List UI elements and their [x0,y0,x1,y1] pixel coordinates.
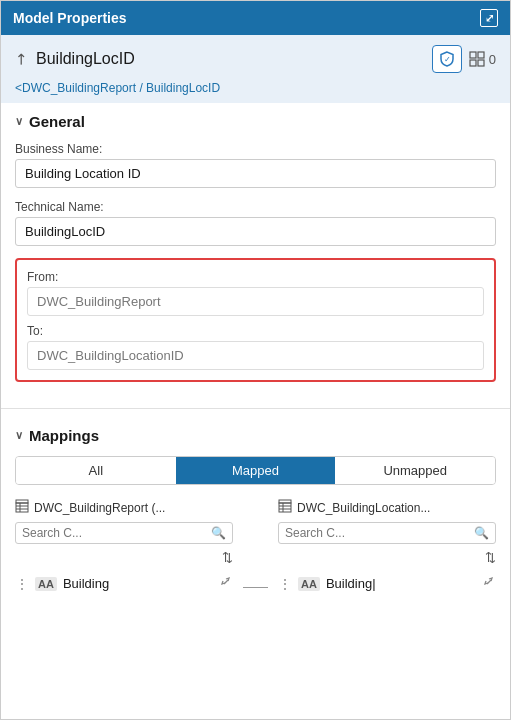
general-chevron-icon: ∨ [15,115,23,128]
entity-name-area: ↗ BuildingLocID [15,50,135,68]
left-search-row: 🔍 [15,522,233,544]
grid-icon [468,50,486,68]
left-mapping-col: DWC_BuildingReport (... 🔍 ⇅ ⋮ AA Buildin… [15,499,233,596]
right-mapping-col: DWC_BuildingLocation... 🔍 ⇅ ⋮ AA Buildin… [278,499,496,596]
svg-rect-3 [470,60,476,66]
from-input[interactable] [27,287,484,316]
left-sort-icon[interactable]: ⇅ [222,550,233,565]
right-item-link-icon[interactable] [482,575,496,592]
general-section: ∨ General Business Name: Technical Name:… [1,103,510,404]
model-properties-panel: Model Properties ⤢ ↗ BuildingLocID ✓ [0,0,511,720]
mappings-chevron-icon: ∨ [15,429,23,442]
right-col-table-icon [278,499,292,516]
technical-name-input[interactable] [15,217,496,246]
svg-rect-2 [478,52,484,58]
right-search-icon: 🔍 [474,526,489,540]
breadcrumb-separator: / [136,81,146,95]
left-item-label: Building [63,576,109,591]
entity-name: BuildingLocID [36,50,135,68]
right-sort-icon[interactable]: ⇅ [485,550,496,565]
breadcrumb: <DWC_BuildingReport / BuildingLocID [1,77,510,103]
left-item-type-icon: AA [35,577,57,591]
table-icon-left [15,499,29,513]
left-item-link-icon[interactable] [219,575,233,592]
panel-header: Model Properties ⤢ [1,1,510,35]
entity-row: ↗ BuildingLocID ✓ 0 [1,35,510,77]
shield-button[interactable]: ✓ [432,45,462,73]
to-label: To: [27,324,484,338]
right-item-type-icon: AA [298,577,320,591]
business-name-label: Business Name: [15,142,496,156]
left-item-menu-icon[interactable]: ⋮ [15,576,29,592]
from-to-box: From: To: [15,258,496,382]
svg-rect-6 [16,503,28,512]
left-search-input[interactable] [22,526,207,540]
entity-actions: ✓ 0 [432,45,496,73]
right-col-header: DWC_BuildingLocation... [278,499,496,516]
breadcrumb-current: BuildingLocID [146,81,220,95]
right-mapping-item: ⋮ AA Building| [278,571,496,596]
left-col-table-icon [15,499,29,516]
panel-title: Model Properties [13,10,127,26]
left-search-icon: 🔍 [211,526,226,540]
mappings-section-header[interactable]: ∨ Mappings [15,427,496,444]
general-section-header[interactable]: ∨ General [15,113,496,130]
mapping-columns: DWC_BuildingReport (... 🔍 ⇅ ⋮ AA Buildin… [15,499,496,596]
left-mapping-item: ⋮ AA Building [15,571,233,596]
mappings-tabs: All Mapped Unmapped [15,456,496,485]
right-search-input[interactable] [285,526,470,540]
entity-arrow-icon: ↗ [11,48,33,70]
connector-area [243,499,268,596]
technical-name-label: Technical Name: [15,200,496,214]
expand-icon: ⤢ [485,12,494,25]
business-name-group: Business Name: [15,142,496,188]
svg-rect-11 [279,503,291,512]
tab-all[interactable]: All [16,457,176,484]
link-icon-left [219,575,233,589]
line-segment [243,587,268,588]
from-label: From: [27,270,484,284]
tab-mapped[interactable]: Mapped [176,457,336,484]
right-col-header-text: DWC_BuildingLocation... [297,501,496,515]
grid-count: 0 [489,52,496,67]
tab-unmapped[interactable]: Unmapped [335,457,495,484]
left-col-header-text: DWC_BuildingReport (... [34,501,233,515]
svg-rect-4 [478,60,484,66]
link-icon-right [482,575,496,589]
svg-text:✓: ✓ [443,55,450,64]
mappings-section-title: Mappings [29,427,99,444]
right-item-label: Building| [326,576,376,591]
breadcrumb-parent[interactable]: <DWC_BuildingReport [15,81,136,95]
expand-button[interactable]: ⤢ [480,9,498,27]
left-col-header: DWC_BuildingReport (... [15,499,233,516]
mappings-section: ∨ Mappings All Mapped Unmapped [1,417,510,606]
grid-button[interactable]: 0 [468,50,496,68]
section-divider [1,408,510,409]
business-name-input[interactable] [15,159,496,188]
right-item-menu-icon[interactable]: ⋮ [278,576,292,592]
right-search-row: 🔍 [278,522,496,544]
to-input[interactable] [27,341,484,370]
technical-name-group: Technical Name: [15,200,496,246]
table-icon-right [278,499,292,513]
general-section-title: General [29,113,85,130]
shield-icon: ✓ [439,51,455,67]
connector-line [243,587,268,588]
svg-rect-1 [470,52,476,58]
